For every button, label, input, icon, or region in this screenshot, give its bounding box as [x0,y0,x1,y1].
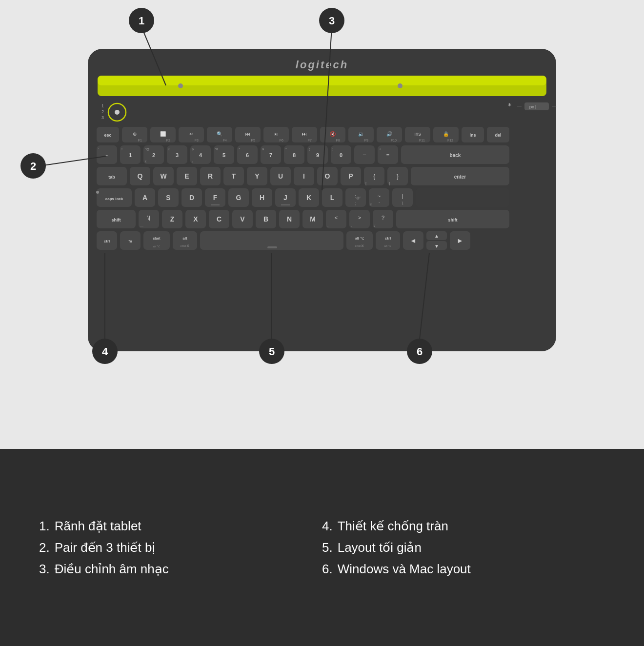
svg-text:fn: fn [128,239,132,243]
svg-text:start: start [153,237,161,240]
feature-2-num: 2. [39,540,50,555]
feature-5: 5.Layout tối giản [322,537,605,558]
svg-text:1: 1 [101,103,104,108]
svg-text:alt ⌥: alt ⌥ [355,237,364,240]
svg-text:£: £ [168,147,170,151]
top-section: logitech 1 2 3 ∗ — pc | — esc ⊕ F1 [0,0,644,449]
svg-text:S: S [166,194,170,202]
svg-text:back: back [450,153,461,158]
svg-text:F10: F10 [391,139,397,142]
svg-text:F4: F4 [223,139,227,142]
svg-rect-166 [416,188,509,207]
features-left: 1.Rãnh đặt tablet 2.Pair đến 3 thiết bị … [39,515,322,580]
svg-text:🔍: 🔍 [217,131,223,137]
svg-text:⏮: ⏮ [245,131,250,137]
feature-4-text: Thiết kế chống tràn [338,519,448,533]
svg-text:2: 2 [101,109,104,114]
svg-text:>: > [358,215,361,221]
svg-text:1: 1 [129,152,132,158]
svg-text:#: # [370,203,372,206]
svg-text:tab: tab [108,175,115,180]
svg-text:R: R [208,172,213,180]
svg-text:B: B [263,215,268,223]
svg-text:F12: F12 [447,139,453,142]
svg-text:$: $ [192,147,194,151]
svg-text:alt ⌥: alt ⌥ [384,244,391,247]
svg-text:T: T [232,172,236,180]
svg-text:U: U [278,172,283,180]
feature-6-text: Windows và Mac layout [338,562,471,576]
svg-text:del: del [495,133,501,138]
svg-text:alt: alt [182,236,187,241]
svg-text:J: J [283,194,287,202]
svg-text:): ) [332,147,333,151]
features-section: 1.Rãnh đặt tablet 2.Pair đến 3 thiết bị … [0,449,644,646]
svg-text:F9: F9 [364,139,368,142]
svg-point-10 [115,110,120,115]
svg-rect-208 [267,246,277,248]
svg-text:A: A [142,194,147,202]
svg-text:⊕: ⊕ [133,131,137,137]
svg-text:⏭: ⏭ [302,131,307,137]
svg-text:5: 5 [222,152,225,158]
svg-text:F5: F5 [251,139,255,142]
feature-4-num: 4. [322,519,333,533]
svg-text:2: 2 [30,160,36,172]
svg-text:G: G [236,194,242,202]
svg-text:9: 9 [316,152,319,158]
svg-text:X: X [193,215,198,223]
svg-text:F1: F1 [138,139,142,142]
svg-text:2: 2 [152,152,155,158]
svg-text:🔊: 🔊 [386,131,393,137]
svg-text:5: 5 [269,345,275,358]
svg-text:3: 3 [176,152,179,158]
svg-text:►: ► [457,237,463,244]
svg-text:F6: F6 [280,139,283,142]
svg-text:⏯: ⏯ [274,131,279,137]
svg-text:!: ! [121,147,122,151]
svg-text:ctrl: ctrl [385,236,391,241]
feature-1-num: 1. [39,519,50,533]
svg-text:?: ? [382,215,384,221]
svg-text:—: — [140,224,143,227]
svg-text:,: , [327,223,328,228]
svg-text:−: − [362,151,366,159]
svg-text:~: ~ [378,193,381,199]
feature-6: 6.Windows và Mac layout [322,558,605,580]
svg-text:🔒: 🔒 [443,131,449,137]
svg-text:`: ` [98,148,99,151]
svg-text:▲: ▲ [434,233,439,239]
svg-text:\|: \| [147,215,150,221]
svg-text:◄: ◄ [410,237,417,244]
svg-text:¤: ¤ [192,160,193,163]
svg-text:pc  |: pc | [529,104,536,109]
svg-text:6: 6 [417,345,423,358]
svg-text:&: & [262,147,264,151]
svg-text:F8: F8 [336,139,340,142]
svg-text:.: . [351,223,352,228]
svg-text:H: H [260,194,264,202]
svg-text:I: I [303,172,305,180]
svg-text:alt ⌥: alt ⌥ [153,245,160,248]
svg-text:ins: ins [415,131,421,137]
svg-text:O: O [325,172,330,180]
svg-rect-13 [524,102,549,110]
svg-text:=: = [386,152,389,158]
svg-text:@": @" [356,196,361,200]
svg-text:;: ; [355,201,357,206]
keyboard-diagram: logitech 1 2 3 ∗ — pc | — esc ⊕ F1 [0,0,644,449]
svg-text:C: C [217,215,221,223]
feature-6-num: 6. [322,562,333,576]
svg-text:Z: Z [170,215,175,223]
svg-text:}: } [397,173,399,180]
svg-text:N: N [287,215,292,223]
svg-text:—: — [517,103,522,108]
svg-text:—: — [552,103,557,108]
svg-text:3: 3 [101,115,104,120]
svg-text:esc: esc [104,133,111,138]
svg-text:8: 8 [293,152,296,158]
svg-text:▼: ▼ [434,243,439,249]
svg-text:M: M [310,215,316,223]
svg-text:shift: shift [112,218,121,222]
feature-4: 4.Thiết kế chống tràn [322,515,605,537]
